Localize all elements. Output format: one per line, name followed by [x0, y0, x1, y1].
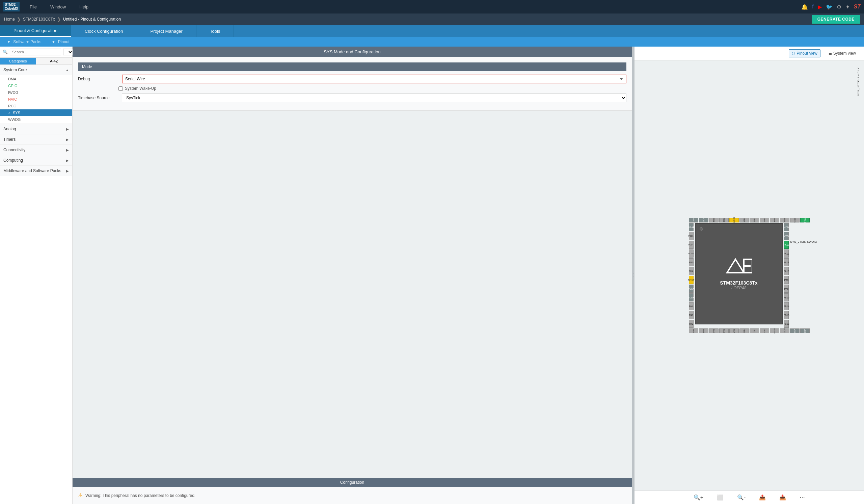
pin-pa15[interactable]: PA15 — [790, 218, 800, 223]
pin-nrst[interactable]: NRST — [689, 276, 694, 284]
pin-pb13[interactable]: PB13 — [784, 311, 789, 319]
pin-pd1[interactable]: PD1- — [689, 267, 694, 275]
tab-pinout-configuration[interactable]: Pinout & Configuration — [0, 25, 71, 37]
pin-pb1[interactable]: PB1 — [749, 328, 759, 333]
pin-pa11[interactable]: PA11 — [784, 258, 789, 266]
sidebar-item-sys[interactable]: ✓ SYS — [0, 109, 72, 116]
debug-select[interactable]: No DebugTrace Asynchronous SwSerial Wire… — [122, 75, 626, 83]
pin-pb7[interactable]: PB7 — [740, 218, 749, 223]
pin-pa1[interactable]: PA1 — [689, 311, 694, 319]
pin-pa7[interactable]: PA7 — [729, 328, 739, 333]
pin-vbat[interactable]: VBAT — [689, 223, 694, 231]
pin-pa4[interactable]: PA4 — [699, 328, 708, 333]
import-button[interactable]: 📥 — [777, 493, 789, 502]
pin-vssa[interactable]: VSSA — [689, 285, 694, 293]
pin-pb3[interactable]: PB3 — [780, 218, 789, 223]
pin-pa10[interactable]: PA10 — [784, 267, 789, 275]
twitter-icon[interactable]: 🐦 — [826, 4, 832, 10]
pin-pb4[interactable]: PB4 — [770, 218, 779, 223]
tab-clock-configuration[interactable]: Clock Configuration — [71, 25, 137, 37]
extra-button[interactable]: ⋯ — [797, 493, 808, 502]
pin-pa6[interactable]: PA6 — [719, 328, 729, 333]
pin-vdd-bottom[interactable]: VDD — [800, 328, 810, 333]
pin-pa8[interactable]: PA8 — [784, 285, 789, 293]
zoom-in-button[interactable]: 🔍+ — [691, 493, 706, 502]
chip-sides: VBAT PC13- PC14- PC15- PD0- PD1- NRST VS… — [689, 223, 810, 328]
tab-tools[interactable]: Tools — [196, 25, 234, 37]
pin-pa3[interactable]: PA3 — [689, 328, 698, 333]
sidebar-group-header-system-core[interactable]: System Core ▲ — [0, 65, 72, 75]
warning-message: ⚠ Warning: This peripheral has no parame… — [78, 492, 626, 499]
pin-pa5[interactable]: PA5 — [709, 328, 719, 333]
sidebar-item-wwdg[interactable]: WWDG — [0, 116, 72, 123]
sidebar-item-dma[interactable]: DMA — [0, 76, 72, 82]
zoom-out-button[interactable]: 🔍- — [734, 493, 748, 502]
pin-pd0[interactable]: PD0- — [689, 258, 694, 266]
notification-icon[interactable]: 🔔 — [801, 4, 808, 10]
pin-pb5[interactable]: PB5 — [760, 218, 769, 223]
system-view-tab[interactable]: ☰ System view — [826, 50, 859, 57]
breadcrumb-home[interactable]: Home — [4, 17, 15, 22]
wake-up-checkbox[interactable] — [119, 86, 123, 91]
facebook-icon[interactable]: f — [812, 4, 813, 10]
search-input[interactable] — [10, 49, 61, 55]
breadcrumb-chip[interactable]: STM32F103C8Tx — [23, 17, 55, 22]
pin-pb14[interactable]: PB14 — [784, 302, 789, 310]
sidebar-tab-az[interactable]: A->Z — [36, 58, 72, 64]
pin-pb10[interactable]: PB10 — [770, 328, 779, 333]
sidebar-group-header-computing[interactable]: Computing ▶ — [0, 155, 72, 165]
youtube-icon[interactable]: ▶ — [818, 4, 822, 10]
search-dropdown[interactable] — [63, 49, 73, 55]
generate-code-button[interactable]: GENERATE CODE — [812, 15, 860, 24]
menu-file[interactable]: File — [30, 4, 37, 10]
menu-window[interactable]: Window — [50, 4, 66, 10]
pin-pa9[interactable]: PA9 — [784, 276, 789, 284]
pin-vdda[interactable]: VDDA — [689, 293, 694, 301]
pin-vss-right[interactable]: VSS — [784, 232, 789, 240]
tab-project-manager[interactable]: Project Manager — [137, 25, 196, 37]
st-brand-icon[interactable]: ST — [854, 4, 861, 10]
sidebar-item-nvic[interactable]: NVIC — [0, 96, 72, 103]
pin-pa12[interactable]: PA12 — [784, 250, 789, 257]
sidebar-item-iwdg[interactable]: IWDG — [0, 89, 72, 96]
pinout-view-tab[interactable]: ⬡ Pinout view — [789, 49, 820, 57]
subtab-software-packs[interactable]: ▼ Software Packs — [7, 39, 41, 44]
pin-pc14[interactable]: PC14- — [689, 241, 694, 249]
sidebar-item-rcc[interactable]: RCC — [0, 103, 72, 109]
breadcrumb-project[interactable]: Untitled - Pinout & Configuration — [63, 17, 121, 22]
sidebar-group-header-connectivity[interactable]: Connectivity ▶ — [0, 145, 72, 155]
timebase-select[interactable]: SysTickTIM1TIM2TIM3 — [122, 94, 626, 102]
sidebar-group-header-timers[interactable]: Timers ▶ — [0, 134, 72, 144]
sidebar-tab-categories[interactable]: Categories — [0, 58, 36, 64]
pin-pb9[interactable]: PB9 — [709, 218, 719, 223]
pin-boot0[interactable]: BOOT0 — [729, 218, 739, 223]
pin-pb2[interactable]: PB2 — [760, 328, 769, 333]
pin-pb12[interactable]: PB12 — [784, 320, 789, 328]
pin-pb8[interactable]: PB8 — [719, 218, 729, 223]
pin-pc15[interactable]: PC15- — [689, 250, 694, 257]
export-button[interactable]: 📤 — [756, 493, 768, 502]
star-icon[interactable]: ✦ — [845, 4, 850, 10]
pin-pb11[interactable]: PB11 — [780, 328, 789, 333]
sidebar-group-header-analog[interactable]: Analog ▶ — [0, 124, 72, 134]
pin-vss-top[interactable]: VSS — [699, 218, 708, 223]
fit-button[interactable]: ⬜ — [714, 493, 726, 502]
pin-pa13[interactable]: PA13 — [784, 241, 789, 249]
pin-pb6[interactable]: PB6 — [749, 218, 759, 223]
pin-pc13[interactable]: PC13- — [689, 232, 694, 240]
sidebar-group-header-middleware[interactable]: Middleware and Software Packs ▶ — [0, 166, 72, 176]
pin-pa2[interactable]: PA2 — [689, 320, 694, 328]
github-icon[interactable]: ⚙ — [837, 4, 841, 10]
panel-divider[interactable]: ··· — [632, 47, 635, 504]
pin-vss-bottom[interactable]: VSS — [790, 328, 800, 333]
pin-pa14-top[interactable]: PA14 — [800, 218, 810, 223]
sidebar-item-gpio[interactable]: GPIO — [0, 82, 72, 89]
menu-help[interactable]: Help — [79, 4, 88, 10]
chip-name-label: STM32F103C8Tx — [720, 280, 757, 286]
pin-pb0[interactable]: PB0 — [740, 328, 749, 333]
pin-pb15[interactable]: PB15 — [784, 293, 789, 301]
pin-vdd-right[interactable]: VDD — [784, 223, 789, 231]
pin-pa0[interactable]: PA0- — [689, 302, 694, 310]
pin-vdd-top[interactable]: VDD — [689, 218, 698, 223]
subtab-pinout[interactable]: ▼ Pinout — [52, 39, 70, 44]
